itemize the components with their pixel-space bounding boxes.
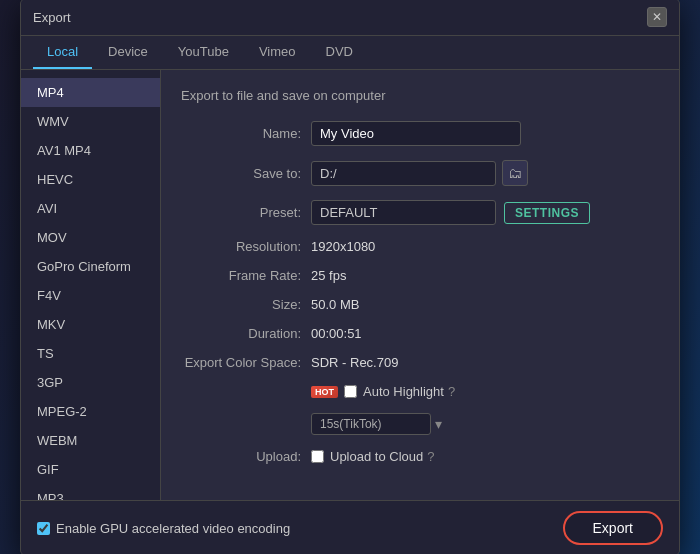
resolution-row: Resolution: 1920x1080	[181, 239, 659, 254]
upload-label: Upload:	[181, 449, 311, 464]
format-av1mp4[interactable]: AV1 MP4	[21, 136, 160, 165]
upload-row: Upload: Upload to Cloud ?	[181, 449, 659, 464]
gpu-label-text: Enable GPU accelerated video encoding	[56, 521, 290, 536]
tab-local[interactable]: Local	[33, 36, 92, 69]
format-gif[interactable]: GIF	[21, 455, 160, 484]
close-button[interactable]: ✕	[647, 7, 667, 27]
auto-highlight-help-icon[interactable]: ?	[448, 384, 455, 399]
content-area: MP4 WMV AV1 MP4 HEVC AVI MOV GoPro Cinef…	[21, 70, 679, 500]
frame-rate-value: 25 fps	[311, 268, 346, 283]
format-hevc[interactable]: HEVC	[21, 165, 160, 194]
frame-rate-label: Frame Rate:	[181, 268, 311, 283]
format-mkv[interactable]: MKV	[21, 310, 160, 339]
size-value: 50.0 MB	[311, 297, 359, 312]
format-mp3[interactable]: MP3	[21, 484, 160, 500]
name-label: Name:	[181, 126, 311, 141]
dialog-title: Export	[33, 10, 71, 25]
duration-label: Duration:	[181, 326, 311, 341]
auto-highlight-row: HOT Auto Highlight ?	[181, 384, 659, 399]
preset-label: Preset:	[181, 205, 311, 220]
tab-device[interactable]: Device	[94, 36, 162, 69]
name-row: Name:	[181, 121, 659, 146]
duration-value: 00:00:51	[311, 326, 362, 341]
format-mov[interactable]: MOV	[21, 223, 160, 252]
name-input[interactable]	[311, 121, 521, 146]
frame-rate-row: Frame Rate: 25 fps	[181, 268, 659, 283]
format-f4v[interactable]: F4V	[21, 281, 160, 310]
upload-cloud-text: Upload to Cloud	[330, 449, 423, 464]
save-to-row: Save to: 🗂	[181, 160, 659, 186]
format-avi[interactable]: AVI	[21, 194, 160, 223]
preset-select[interactable]: DEFAULT	[311, 200, 496, 225]
export-subtitle: Export to file and save on computer	[181, 88, 659, 103]
auto-highlight-label: Auto Highlight	[363, 384, 444, 399]
upload-cloud-label[interactable]: Upload to Cloud	[311, 449, 423, 464]
gpu-checkbox[interactable]	[37, 522, 50, 535]
format-wmv[interactable]: WMV	[21, 107, 160, 136]
export-dialog: Export ✕ Local Device YouTube Vimeo DVD …	[20, 0, 680, 554]
export-button[interactable]: Export	[563, 511, 663, 545]
tiktok-chevron-icon: ▾	[435, 416, 442, 432]
format-ts[interactable]: TS	[21, 339, 160, 368]
tabs-bar: Local Device YouTube Vimeo DVD	[21, 36, 679, 70]
preset-row: Preset: DEFAULT SETTINGS	[181, 200, 659, 225]
color-space-row: Export Color Space: SDR - Rec.709	[181, 355, 659, 370]
format-webm[interactable]: WEBM	[21, 426, 160, 455]
settings-panel: Export to file and save on computer Name…	[161, 70, 679, 500]
color-space-label: Export Color Space:	[181, 355, 311, 370]
save-to-label: Save to:	[181, 166, 311, 181]
tiktok-select[interactable]: 15s(TikTok)	[311, 413, 431, 435]
path-input[interactable]	[311, 161, 496, 186]
format-gopro[interactable]: GoPro Cineform	[21, 252, 160, 281]
tab-dvd[interactable]: DVD	[312, 36, 367, 69]
size-row: Size: 50.0 MB	[181, 297, 659, 312]
resolution-value: 1920x1080	[311, 239, 375, 254]
format-3gp[interactable]: 3GP	[21, 368, 160, 397]
format-mpeg2[interactable]: MPEG-2	[21, 397, 160, 426]
upload-help-icon[interactable]: ?	[427, 449, 434, 464]
title-bar: Export ✕	[21, 0, 679, 36]
settings-button[interactable]: SETTINGS	[504, 202, 590, 224]
format-list: MP4 WMV AV1 MP4 HEVC AVI MOV GoPro Cinef…	[21, 70, 161, 500]
color-space-value: SDR - Rec.709	[311, 355, 398, 370]
tiktok-row: 15s(TikTok) ▾	[181, 413, 659, 435]
resolution-label: Resolution:	[181, 239, 311, 254]
path-row: 🗂	[311, 160, 528, 186]
duration-row: Duration: 00:00:51	[181, 326, 659, 341]
gpu-check-label[interactable]: Enable GPU accelerated video encoding	[37, 521, 290, 536]
folder-browse-button[interactable]: 🗂	[502, 160, 528, 186]
auto-highlight-group: HOT Auto Highlight ?	[311, 384, 455, 399]
preset-select-row: DEFAULT SETTINGS	[311, 200, 590, 225]
tab-vimeo[interactable]: Vimeo	[245, 36, 310, 69]
upload-cloud-checkbox[interactable]	[311, 450, 324, 463]
bottom-bar: Enable GPU accelerated video encoding Ex…	[21, 500, 679, 554]
hot-badge: HOT	[311, 386, 338, 398]
tab-youtube[interactable]: YouTube	[164, 36, 243, 69]
size-label: Size:	[181, 297, 311, 312]
format-mp4[interactable]: MP4	[21, 78, 160, 107]
auto-highlight-checkbox[interactable]	[344, 385, 357, 398]
auto-highlight-checkbox-label[interactable]: Auto Highlight	[344, 384, 444, 399]
